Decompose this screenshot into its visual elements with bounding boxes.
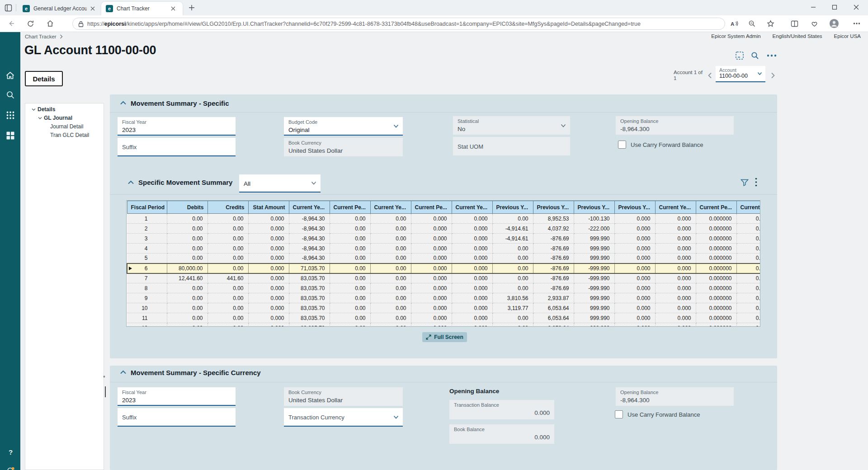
browser-tab-chart-tracker[interactable]: e Chart Tracker	[101, 2, 183, 15]
grid-cell[interactable]: 83,035.70	[289, 283, 330, 293]
grid-cell[interactable]: 0.00	[330, 283, 370, 293]
grid-cell[interactable]: -876.69	[533, 283, 574, 293]
locale-link[interactable]: English/United States	[773, 33, 822, 39]
grid-cell[interactable]: -8,964.30	[289, 234, 330, 244]
grid-cell[interactable]: 0.000	[248, 263, 289, 273]
grid-cell[interactable]: 0.00	[167, 244, 208, 254]
grid-cell[interactable]: 999.990	[574, 254, 614, 263]
grid-row[interactable]: 40.000.000.000-8,964.300.000.000.0000.00…	[127, 244, 760, 254]
collapse-panel-icon[interactable]	[120, 370, 127, 376]
grid-column-header[interactable]: Current Ye...	[370, 201, 411, 214]
grid-cell[interactable]: 0.000	[248, 273, 289, 283]
grid-column-header[interactable]: Current Pe...	[330, 201, 370, 214]
grid-cell[interactable]: -8,964.30	[289, 224, 330, 234]
grid-cell[interactable]: -4,914.61	[492, 234, 533, 244]
grid-cell[interactable]: 0.000000	[696, 303, 736, 313]
page-search-icon[interactable]	[750, 51, 760, 61]
grid-row[interactable]: 20.000.000.000-8,964.300.000.000.0000.00…	[127, 224, 760, 234]
grid-row[interactable]: 712,441.60441.600.00083,035.700.000.000.…	[127, 273, 760, 283]
grid-cell[interactable]: 0.00	[208, 323, 248, 327]
grid-cell[interactable]: 0.00	[492, 323, 533, 327]
grid-cell[interactable]: 0.00	[492, 283, 533, 293]
grid-cell[interactable]: 0.0000	[736, 283, 760, 293]
grid-column-header[interactable]: Current Ye...	[655, 201, 696, 214]
use-carry-forward-checkbox[interactable]	[615, 410, 623, 418]
grid-cell[interactable]: 2,933.87	[533, 293, 574, 303]
grid-cell[interactable]: -100.130	[574, 214, 614, 224]
grid-cell[interactable]: 0.00	[208, 283, 248, 293]
grid-cell[interactable]: 0.000	[411, 244, 452, 254]
grid-cell[interactable]: 0.00	[208, 214, 248, 224]
grid-cell[interactable]: 0.00	[208, 293, 248, 303]
grid-cell[interactable]: 4,037.92	[533, 224, 574, 234]
grid-cell[interactable]: 0.000	[452, 303, 492, 313]
grid-column-header[interactable]: Current Pe...	[411, 201, 452, 214]
grid-cell[interactable]: 0.000	[614, 214, 655, 224]
grid-cell[interactable]: 999.990	[574, 244, 614, 254]
grid-cell[interactable]: 0.000	[655, 293, 696, 303]
overflow-menu-icon[interactable]	[767, 51, 777, 61]
breadcrumb-link[interactable]: Chart Tracker	[25, 34, 57, 39]
grid-row[interactable]: 100.000.000.00083,035.700.000.000.0000.0…	[127, 303, 760, 313]
grid-cell[interactable]: 999.990	[574, 234, 614, 244]
tree-expand-icon[interactable]	[32, 108, 36, 111]
grid-cell[interactable]: 0.000	[452, 323, 492, 327]
grid-cell[interactable]: 8,952.53	[533, 214, 574, 224]
grid-column-header[interactable]: Current Ye...	[452, 201, 492, 214]
grid-cell[interactable]: 0.000	[248, 224, 289, 234]
grid-cell[interactable]: 0.000	[655, 214, 696, 224]
home-icon[interactable]	[5, 70, 15, 81]
grid-cell[interactable]: 0.000	[411, 263, 452, 273]
grid-cell[interactable]: 0.00	[208, 224, 248, 234]
grid-column-header[interactable]: Previous Y...	[574, 201, 614, 214]
grid-cell[interactable]: 0.000000	[696, 283, 736, 293]
grid-cell[interactable]: 0.000	[655, 224, 696, 234]
browser-essentials-heart-icon[interactable]	[809, 19, 819, 28]
breadcrumb[interactable]: Chart Tracker	[25, 34, 63, 39]
grid-cell[interactable]: 6	[127, 263, 167, 273]
suffix-field[interactable]: Suffix	[118, 408, 236, 427]
grid-cell[interactable]: 0.000	[452, 283, 492, 293]
grid-cell[interactable]: 0.000000	[696, 263, 736, 273]
chevron-down-icon[interactable]	[311, 181, 316, 185]
grid-cell[interactable]: 0.000	[614, 323, 655, 327]
grid-cell[interactable]: 0.000	[614, 273, 655, 283]
browser-home-icon[interactable]	[45, 19, 55, 28]
grid-cell[interactable]: 0.00	[167, 283, 208, 293]
apps-grid-icon[interactable]	[5, 110, 15, 120]
grid-cell[interactable]: 83,035.70	[289, 323, 330, 327]
back-icon[interactable]	[6, 19, 16, 28]
grid-cell[interactable]: 3,119.77	[492, 303, 533, 313]
dashboard-tiles-icon[interactable]	[5, 130, 15, 141]
grid-row[interactable]: 80.000.000.00083,035.700.000.000.0000.00…	[127, 283, 760, 293]
grid-cell[interactable]: -876.69	[533, 263, 574, 273]
grid-cell[interactable]: 0.000	[248, 313, 289, 323]
grid-cell[interactable]: 0.000	[614, 234, 655, 244]
url-input[interactable]: https://epicorsi/kinetic/apps/erp/home/#…	[72, 18, 725, 30]
profile-avatar[interactable]	[829, 19, 839, 28]
previous-record-icon[interactable]	[706, 71, 713, 80]
grid-cell[interactable]: 0.000	[614, 313, 655, 323]
grid-cell[interactable]: 71,035.70	[289, 263, 330, 273]
grid-cell[interactable]: 0.00	[370, 293, 411, 303]
application-map-icon[interactable]	[735, 51, 745, 61]
grid-row[interactable]: 120.000.000.00083,035.700.000.000.0000.0…	[127, 323, 760, 327]
grid-cell[interactable]: 83,035.70	[289, 313, 330, 323]
grid-column-header[interactable]: Debits	[167, 201, 208, 214]
grid-row[interactable]: 10.000.000.000-8,964.300.000.000.0000.00…	[127, 214, 760, 224]
grid-cell[interactable]: 0.000	[452, 244, 492, 254]
grid-cell[interactable]: 0.0000	[736, 293, 760, 303]
grid-cell[interactable]: 0.000	[614, 283, 655, 293]
grid-cell[interactable]: 0.000000	[696, 224, 736, 234]
grid-cell[interactable]: -876.69	[533, 234, 574, 244]
grid-cell[interactable]: 0.0000	[736, 234, 760, 244]
grid-column-header[interactable]: Stat Amount	[248, 201, 289, 214]
grid-row[interactable]: 30.000.000.000-8,964.300.000.000.0000.00…	[127, 234, 760, 244]
grid-cell[interactable]: 0.00	[208, 254, 248, 263]
grid-cell[interactable]: 0.00	[370, 323, 411, 327]
grid-cell[interactable]: 2	[127, 224, 167, 234]
grid-row[interactable]: 50.000.000.000-8,964.300.000.000.0000.00…	[127, 254, 760, 263]
grid-cell[interactable]: -8,964.30	[289, 254, 330, 263]
grid-cell[interactable]: 0.000000	[696, 254, 736, 263]
zoom-icon[interactable]	[747, 19, 757, 28]
